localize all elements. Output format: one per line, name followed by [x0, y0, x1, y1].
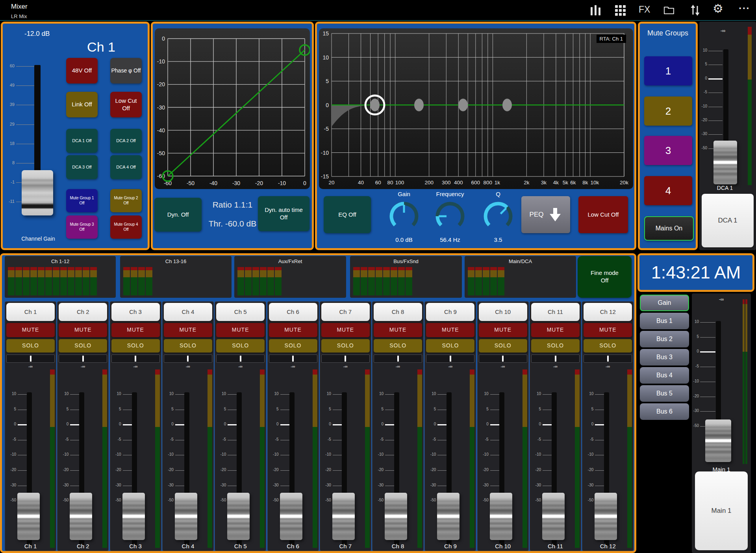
channel-button-mute-group-1-off[interactable]: Mute Group 1 Off — [66, 189, 98, 212]
pan-slider[interactable] — [111, 354, 160, 363]
updown-arrows-icon[interactable] — [690, 4, 700, 18]
solo-button[interactable]: SOLO — [321, 339, 370, 353]
channel-button-dca-1-off[interactable]: DCA 1 Off — [66, 129, 98, 153]
mix-select-button-bus-5[interactable]: Bus 5 — [640, 385, 689, 402]
channel-select-button[interactable]: Ch 6 — [269, 303, 317, 321]
fader-handle[interactable] — [70, 493, 92, 540]
channel-select-button[interactable]: Ch 10 — [479, 303, 527, 321]
mute-button[interactable]: MUTE — [6, 323, 55, 337]
solo-button[interactable]: SOLO — [216, 339, 265, 353]
mute-button[interactable]: MUTE — [269, 323, 317, 337]
channel-button-low-cut-off[interactable]: Low Cut Off — [110, 92, 142, 117]
pan-slider[interactable] — [584, 354, 632, 363]
dca-fader-handle[interactable] — [713, 141, 737, 184]
mute-button[interactable]: MUTE — [164, 323, 212, 337]
mute-button[interactable]: MUTE — [374, 323, 422, 337]
fx-icon[interactable]: FX — [639, 4, 650, 15]
fader-handle[interactable] — [175, 493, 197, 540]
clock-panel[interactable]: 1:43:21 AM — [637, 253, 754, 292]
channel-select-button[interactable]: Ch 1 — [6, 303, 55, 321]
channel-button-mute-group-2-off[interactable]: Mute Group 2 Off — [110, 189, 142, 212]
channel-select-button[interactable]: Ch 3 — [111, 303, 160, 321]
pan-slider[interactable] — [164, 354, 212, 363]
mute-button[interactable]: MUTE — [321, 323, 370, 337]
dynamics-graph[interactable]: 0-60-10-50-20-40-30-30-40-20-50-10-600 — [155, 28, 310, 189]
pan-slider[interactable] — [216, 354, 265, 363]
pan-slider[interactable] — [479, 354, 527, 363]
eq-band-type-button[interactable]: PEQ — [521, 196, 570, 233]
main-select-button[interactable]: Main 1 — [695, 471, 748, 550]
grid-icon[interactable] — [615, 5, 626, 17]
mix-select-button-gain[interactable]: Gain — [640, 295, 689, 311]
mute-button[interactable]: MUTE — [479, 323, 527, 337]
channel-select-button[interactable]: Ch 5 — [216, 303, 265, 321]
channel-select-button[interactable]: Ch 2 — [59, 303, 107, 321]
mute-group-button-4[interactable]: 4 — [644, 176, 692, 205]
fader-handle[interactable] — [227, 493, 250, 540]
solo-button[interactable]: SOLO — [59, 339, 107, 353]
pan-slider[interactable] — [6, 354, 55, 363]
settings-gear-icon[interactable]: ⚙ — [713, 2, 723, 15]
frequency-knob[interactable] — [434, 200, 467, 233]
q-knob[interactable] — [482, 200, 515, 233]
mix-select-button-bus-4[interactable]: Bus 4 — [640, 367, 689, 384]
more-icon[interactable]: ··· — [739, 2, 750, 15]
channel-button-mute-group-4-off[interactable]: Mute Group 4 Off — [110, 215, 142, 239]
channel-select-button[interactable]: Ch 9 — [426, 303, 474, 321]
levels-icon[interactable] — [591, 5, 601, 17]
eq-low-cut-button[interactable]: Low Cut Off — [578, 196, 628, 233]
main-fader-handle[interactable] — [705, 419, 731, 462]
channel-button-phase-off[interactable]: Phase φ Off — [110, 58, 142, 84]
fader-handle[interactable] — [385, 493, 407, 540]
mains-on-button[interactable]: Mains On — [644, 216, 694, 241]
pan-slider[interactable] — [426, 354, 474, 363]
gain-knob[interactable] — [387, 200, 421, 233]
fader-handle[interactable] — [332, 493, 355, 540]
mute-button[interactable]: MUTE — [216, 323, 265, 337]
channel-select-button[interactable]: Ch 12 — [584, 303, 632, 321]
fader-handle[interactable] — [17, 493, 40, 540]
dynamics-off-button[interactable]: Dyn. Off — [154, 198, 202, 232]
solo-button[interactable]: SOLO — [111, 339, 160, 353]
mix-select-button-bus-3[interactable]: Bus 3 — [640, 349, 689, 366]
channel-select-button[interactable]: Ch 8 — [374, 303, 422, 321]
channel-select-button[interactable]: Ch 7 — [321, 303, 370, 321]
pan-slider[interactable] — [269, 354, 317, 363]
pan-slider[interactable] — [374, 354, 422, 363]
solo-button[interactable]: SOLO — [426, 339, 474, 353]
dca-select-button[interactable]: DCA 1 — [702, 194, 754, 247]
channel-select-button[interactable]: Ch 4 — [164, 303, 212, 321]
dynamics-auto-time-button[interactable]: Dyn. auto time Off — [258, 196, 309, 231]
channel-button-48v-off[interactable]: 48V Off — [66, 58, 98, 84]
channel-button-link-off[interactable]: Link Off — [66, 92, 98, 117]
solo-button[interactable]: SOLO — [531, 339, 580, 353]
solo-button[interactable]: SOLO — [164, 339, 212, 353]
pan-slider[interactable] — [59, 354, 107, 363]
fader-handle[interactable] — [595, 493, 617, 540]
mute-group-button-1[interactable]: 1 — [644, 56, 692, 85]
channel-button-mute-group-3-off[interactable]: Mute Group 3 Off — [66, 215, 98, 239]
mute-button[interactable]: MUTE — [59, 323, 107, 337]
solo-button[interactable]: SOLO — [584, 339, 632, 353]
fader-handle[interactable] — [122, 493, 145, 540]
channel-select-button[interactable]: Ch 11 — [531, 303, 580, 321]
mute-button[interactable]: MUTE — [584, 323, 632, 337]
solo-button[interactable]: SOLO — [6, 339, 55, 353]
mute-group-button-3[interactable]: 3 — [644, 136, 692, 165]
solo-button[interactable]: SOLO — [269, 339, 317, 353]
channel-button-dca-2-off[interactable]: DCA 2 Off — [110, 129, 142, 153]
mute-button[interactable]: MUTE — [426, 323, 474, 337]
fine-mode-button[interactable]: Fine mode Off — [578, 256, 632, 298]
mix-select-button-bus-1[interactable]: Bus 1 — [640, 313, 689, 329]
fader-handle[interactable] — [490, 493, 512, 540]
fader-handle[interactable] — [542, 493, 565, 540]
fader-handle[interactable] — [437, 493, 460, 540]
pan-slider[interactable] — [531, 354, 580, 363]
folder-icon[interactable] — [663, 5, 675, 17]
channel-button-dca-3-off[interactable]: DCA 3 Off — [66, 155, 98, 179]
pan-slider[interactable] — [321, 354, 370, 363]
mute-button[interactable]: MUTE — [531, 323, 580, 337]
mix-select-button-bus-6[interactable]: Bus 6 — [640, 403, 689, 420]
fader-handle[interactable] — [280, 493, 302, 540]
solo-button[interactable]: SOLO — [374, 339, 422, 353]
